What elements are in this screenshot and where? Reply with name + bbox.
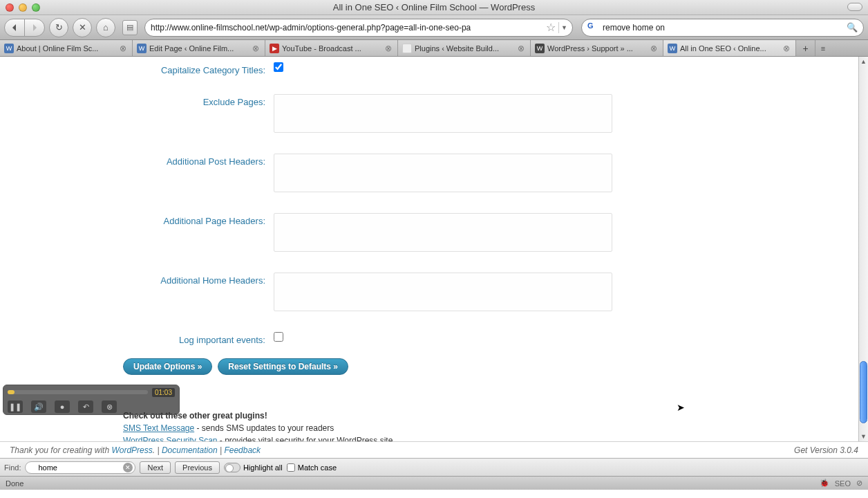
page-viewport: Capitalize Category Titles: Exclude Page… (0, 57, 868, 441)
tab-strip: W About | Online Film Sc... ⊗ W Edit Pag… (0, 40, 868, 57)
status-text: Done (6, 479, 23, 488)
window-titlebar: All in One SEO ‹ Online Film School — Wo… (0, 0, 868, 15)
tab-youtube[interactable]: ▶ YouTube - Broadcast ... ⊗ (265, 40, 398, 56)
promo-desc2: - provides vital security for your WordP… (218, 436, 393, 441)
wordpress-favicon-icon: W (668, 44, 677, 53)
settings-form: Capitalize Category Titles: Exclude Page… (0, 57, 857, 441)
footer-thanks: Thank you for creating with (10, 445, 111, 455)
reload-button[interactable]: ↻ (49, 18, 68, 37)
tab-label: All in One SEO ‹ Online... (680, 44, 780, 53)
tab-label: YouTube - Broadcast ... (282, 44, 382, 53)
bookmark-star-icon[interactable]: ☆ (546, 23, 556, 33)
stop-button[interactable]: ✕ (73, 18, 92, 37)
tab-label: Plugins ‹ Website Build... (415, 44, 515, 53)
plugin-promo: Check out these other great plugins! SMS… (123, 409, 857, 441)
additional-page-headers-label[interactable]: Additional Page Headers: (164, 216, 265, 226)
traffic-lights (6, 3, 40, 12)
tab-edit-page[interactable]: W Edit Page ‹ Online Film... ⊗ (133, 40, 265, 56)
search-icon[interactable]: 🔍 (847, 22, 858, 33)
tab-close-icon[interactable]: ⊗ (650, 44, 659, 53)
search-input[interactable] (600, 23, 847, 33)
find-label: Find: (4, 463, 21, 472)
find-next-button[interactable]: Next (140, 461, 171, 474)
additional-home-headers-label[interactable]: Additional Home Headers: (160, 275, 265, 286)
tab-support[interactable]: W WordPress › Support » ... ⊗ (531, 40, 663, 56)
tab-all-in-one-seo[interactable]: W All in One SEO ‹ Online... ⊗ (663, 40, 796, 56)
toolbar-toggle-button[interactable] (847, 3, 862, 11)
generic-favicon-icon (402, 44, 412, 53)
new-tab-button[interactable]: + (796, 40, 815, 56)
tab-label: About | Online Film Sc... (17, 44, 117, 53)
sms-plugin-link[interactable]: SMS Text Message (123, 423, 194, 433)
additional-post-headers-textarea[interactable] (274, 154, 612, 192)
vertical-scrollbar[interactable]: ▲ ▼ (858, 57, 868, 441)
find-previous-button[interactable]: Previous (175, 461, 220, 474)
find-clear-icon[interactable]: ✕ (123, 463, 133, 472)
firebug-icon[interactable]: 🐞 (820, 479, 829, 488)
security-scan-link[interactable]: WordPress Security Scan (123, 436, 218, 441)
scroll-down-icon[interactable]: ▼ (859, 432, 868, 441)
status-bar: Done 🐞 SEO ⊘ (0, 476, 868, 490)
highlight-all-toggle[interactable] (224, 463, 240, 472)
tab-close-icon[interactable]: ⊗ (518, 44, 526, 53)
tab-label: Edit Page ‹ Online Film... (149, 44, 249, 53)
find-bar: Find: 🔍 ✕ Next Previous Highlight all Ma… (0, 458, 868, 476)
window-title: All in One SEO ‹ Online Film School — Wo… (0, 2, 868, 12)
tab-overflow-button[interactable]: ≡ (815, 40, 831, 56)
home-button[interactable]: ⌂ (96, 18, 115, 37)
footer-wordpress-link[interactable]: WordPress (111, 445, 152, 455)
exclude-pages-label[interactable]: Exclude Pages: (203, 97, 265, 107)
tab-close-icon[interactable]: ⊗ (120, 44, 128, 53)
noscript-icon[interactable]: ⊘ (856, 479, 862, 488)
tab-label: WordPress › Support » ... (547, 44, 648, 53)
update-options-button[interactable]: Update Options » (123, 358, 212, 375)
additional-home-headers-textarea[interactable] (274, 273, 612, 311)
promo-desc1: - sends SMS updates to your readers (194, 423, 334, 433)
url-input[interactable] (148, 23, 546, 33)
additional-post-headers-label[interactable]: Additional Post Headers: (167, 156, 265, 167)
forward-button[interactable] (24, 19, 45, 37)
footer-version: Get Version 3.0.4 (794, 445, 858, 455)
reset-settings-button[interactable]: Reset Settings to Defaults » (218, 358, 348, 375)
search-bar: G 🔍 (581, 19, 864, 37)
scroll-up-icon[interactable]: ▲ (859, 57, 868, 66)
back-button[interactable] (4, 19, 25, 37)
browser-toolbar: ↻ ✕ ⌂ ▤ ☆ ▼ G 🔍 (0, 15, 868, 40)
tab-close-icon[interactable]: ⊗ (252, 44, 261, 53)
scrollbar-thumb[interactable] (860, 361, 867, 423)
match-case-checkbox[interactable] (287, 463, 295, 472)
wordpress-footer: Thank you for creating with WordPress. |… (0, 441, 868, 458)
footer-feedback-link[interactable]: Feedback (224, 445, 261, 455)
wordpress-favicon-icon: W (137, 44, 147, 53)
tab-close-icon[interactable]: ⊗ (385, 44, 393, 53)
match-case-label: Match case (298, 463, 337, 472)
footer-documentation-link[interactable]: Documentation (162, 445, 218, 455)
additional-page-headers-textarea[interactable] (274, 213, 612, 252)
wordpress-favicon-icon: W (4, 44, 14, 53)
close-window-button[interactable] (6, 3, 14, 12)
url-dropdown-icon[interactable]: ▼ (558, 22, 569, 33)
promo-heading: Check out these other great plugins! (123, 411, 267, 421)
youtube-favicon-icon: ▶ (270, 44, 279, 53)
tab-plugins[interactable]: Plugins ‹ Website Build... ⊗ (398, 40, 531, 56)
url-bar: ☆ ▼ (144, 19, 573, 37)
exclude-pages-textarea[interactable] (274, 94, 612, 133)
find-input[interactable] (25, 461, 135, 474)
google-icon: G (587, 21, 600, 34)
tab-close-icon[interactable]: ⊗ (783, 44, 791, 53)
nav-button-group (4, 19, 45, 37)
seo-indicator[interactable]: SEO (835, 479, 851, 488)
capitalize-category-label[interactable]: Capitalize Category Titles: (161, 65, 265, 75)
log-events-checkbox[interactable] (274, 332, 283, 342)
tab-about[interactable]: W About | Online Film Sc... ⊗ (0, 40, 133, 56)
highlight-all-label: Highlight all (243, 463, 283, 472)
minimize-window-button[interactable] (19, 3, 27, 12)
capitalize-category-checkbox[interactable] (274, 62, 283, 72)
reader-icon[interactable]: ▤ (122, 20, 138, 35)
wordpress-org-favicon-icon: W (535, 44, 545, 53)
zoom-window-button[interactable] (32, 3, 40, 12)
log-events-label[interactable]: Log important events: (179, 335, 265, 345)
